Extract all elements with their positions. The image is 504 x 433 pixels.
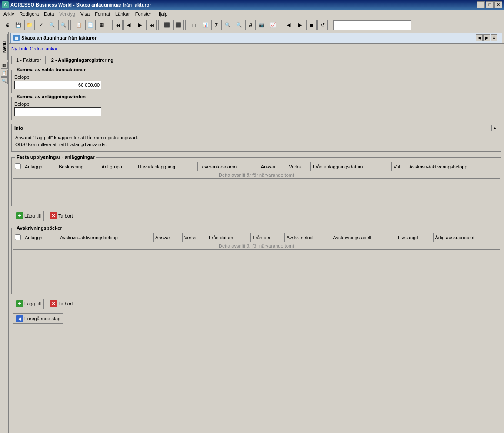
toolbar-btn15[interactable]: ⬛	[173, 20, 184, 30]
avskr-col-anlaggn: Anläggn.	[23, 233, 58, 242]
belopp-label-2: Belopp	[14, 101, 498, 107]
toolbar-stop[interactable]: ⏹	[306, 20, 317, 30]
avskr-col-metod: Avskr.metod	[284, 233, 331, 242]
toolbar-print2[interactable]: 🖨	[245, 20, 256, 30]
summa-transaktioner-title: Summa av valda transaktioner	[15, 67, 87, 72]
avskr-add-button[interactable]: + Lägg till	[13, 299, 44, 309]
info-collapse-btn[interactable]: ▲	[491, 125, 498, 131]
summa-anlaggning-title: Summa av anläggningsvärden	[15, 94, 87, 99]
toolbar-search[interactable]: 🔍	[47, 20, 57, 30]
fasta-col-leverantor: Leverantörsnamn	[197, 162, 259, 171]
toolbar-sep4	[185, 20, 187, 30]
menu-format[interactable]: Format	[92, 10, 113, 17]
fasta-col-beskrivning: Beskrivning	[57, 162, 100, 171]
info-line-2: OBS! Kontrollera att rätt livslängd anvä…	[15, 142, 497, 147]
fasta-col-frandatum: Från anläggningsdatum	[310, 162, 391, 171]
sidebar-icon-1[interactable]: ▦	[1, 62, 8, 69]
fasta-title: Fasta upplysningar - anläggningar	[15, 154, 96, 160]
belopp-label-1: Belopp	[14, 74, 498, 80]
toolbar-next[interactable]: ▶	[135, 20, 145, 30]
nav-next-arrow[interactable]: ▶	[483, 34, 490, 41]
fasta-col-ansvar: Ansvar	[259, 162, 287, 171]
belopp-input-2[interactable]	[14, 107, 101, 116]
toolbar-back[interactable]: ◀	[284, 20, 294, 30]
toolbar-btn22[interactable]: 📷	[257, 20, 267, 30]
link-bar: Ny länk Ordna länkar	[9, 44, 504, 54]
toolbar-paste[interactable]: 📄	[85, 20, 96, 30]
toolbar-btn16[interactable]: □	[189, 20, 199, 30]
info-line-1: Använd "Lägg till" knappen för att få fr…	[15, 135, 497, 140]
menu-lankar[interactable]: Länkar	[113, 10, 133, 17]
fasta-table: Anläggn. Beskrivning Anl.grupp Huvudanlä…	[13, 162, 500, 205]
menu-redigera[interactable]: Redigera	[17, 10, 41, 17]
avskrivning-grid: Anläggn. Avskrivn./aktiveringsbelopp Ans…	[13, 233, 500, 293]
belopp-input-1[interactable]	[14, 81, 101, 89]
fasta-col-anlgrupp: Anl.grupp	[100, 162, 136, 171]
info-title: Info	[14, 125, 23, 131]
sidebar-menu-tab[interactable]: Menu	[1, 34, 8, 60]
avskrivning-section: Avskrivningsböcker Anläggn. Avskrivn./ak	[11, 228, 501, 295]
del-icon-1: ✕	[50, 212, 57, 219]
avskr-col-check	[13, 233, 23, 242]
info-box: Info ▲ Använd "Lägg till" knappen för at…	[11, 124, 501, 152]
sidebar-icon-2[interactable]: 📋	[1, 70, 8, 77]
avskr-col-ansvar: Ansvar	[154, 233, 183, 242]
add-icon-2: +	[16, 300, 23, 307]
new-link-button[interactable]: Ny länk	[11, 46, 27, 51]
fasta-col-anlaggn: Anläggn.	[23, 162, 57, 171]
toolbar-btn6[interactable]: 🔍	[58, 20, 69, 30]
sidebar-icon-3[interactable]: 🔍	[1, 77, 8, 84]
toolbar-btn9[interactable]: ▦	[97, 20, 107, 30]
toolbar-sep3	[158, 20, 160, 30]
main-content: ▦ Skapa anläggningar från fakturor ◀ ▶ ✕…	[9, 32, 504, 433]
toolbar-chart[interactable]: 📊	[200, 20, 210, 30]
nav-prev-arrow[interactable]: ◀	[476, 34, 483, 41]
avskr-del-button[interactable]: ✕ Ta bort	[47, 299, 76, 309]
toolbar-check[interactable]: ✓	[36, 20, 46, 30]
toolbar-copy[interactable]: 📋	[74, 20, 84, 30]
avskr-btn-row: + Lägg till ✕ Ta bort	[11, 297, 501, 311]
toolbar-btn20[interactable]: 🔍	[234, 20, 244, 30]
toolbar-open[interactable]: 📁	[24, 20, 35, 30]
close-button[interactable]: ✕	[494, 1, 502, 8]
minimize-button[interactable]: ─	[477, 1, 485, 8]
avskrivning-title: Avskrivningsböcker	[15, 225, 63, 231]
del-icon-2: ✕	[50, 300, 57, 307]
toolbar-btn14[interactable]: ⬛	[162, 20, 172, 30]
organize-links-button[interactable]: Ordna länkar	[30, 46, 58, 51]
menu-arkiv[interactable]: Arkiv	[1, 10, 17, 17]
toolbar-last[interactable]: ⏭	[146, 20, 157, 30]
app-icon: A	[2, 1, 9, 8]
tab-anlaggning[interactable]: 2 - Anläggningsregistrering	[47, 56, 118, 64]
avskr-col-arlig: Årlig avskr.procent	[433, 233, 500, 242]
toolbar-btn19[interactable]: 🔍	[223, 20, 233, 30]
maximize-button[interactable]: □	[486, 1, 494, 8]
toolbar-first[interactable]: ⏮	[112, 20, 123, 30]
menu-hjalp[interactable]: Hjälp	[154, 10, 170, 17]
fasta-select-all[interactable]	[15, 163, 21, 169]
toolbar-refresh[interactable]: ↺	[317, 20, 328, 30]
avskr-col-avskrivn: Avskrivn./aktiveringsbelopp	[58, 233, 153, 242]
fasta-del-button[interactable]: ✕ Ta bort	[47, 211, 76, 221]
toolbar-fwd[interactable]: ▶	[295, 20, 305, 30]
toolbar-sep2	[109, 20, 110, 30]
menu-bar: Arkiv Redigera Data Verktyg Visa Format …	[0, 10, 504, 18]
toolbar-print[interactable]: 🖨	[2, 20, 12, 30]
summa-transaktioner-group: Summa av valda transaktioner Belopp	[11, 70, 501, 93]
avskr-col-frandatum: Från datum	[207, 233, 251, 242]
tab-fakturor[interactable]: 1 - Fakturor	[11, 56, 46, 64]
toolbar-prev[interactable]: ◀	[123, 20, 134, 30]
nav-close[interactable]: ✕	[491, 34, 497, 41]
toolbar-dropdown[interactable]	[333, 20, 411, 30]
toolbar-sum[interactable]: Σ	[211, 20, 222, 30]
menu-fonster[interactable]: Fönster	[133, 10, 154, 17]
toolbar-save[interactable]: 💾	[13, 20, 23, 30]
fasta-add-button[interactable]: + Lägg till	[13, 211, 44, 221]
menu-data[interactable]: Data	[41, 10, 57, 17]
avskr-select-all[interactable]	[15, 234, 21, 240]
prev-step-button[interactable]: ◀ Föregående stag	[13, 313, 63, 324]
menu-visa[interactable]: Visa	[78, 10, 92, 17]
panel-header: ▦ Skapa anläggningar från fakturor ◀ ▶ ✕	[9, 32, 504, 44]
toolbar-bargraph[interactable]: 📈	[268, 20, 278, 30]
prev-step-row: ◀ Föregående stag	[11, 311, 501, 326]
